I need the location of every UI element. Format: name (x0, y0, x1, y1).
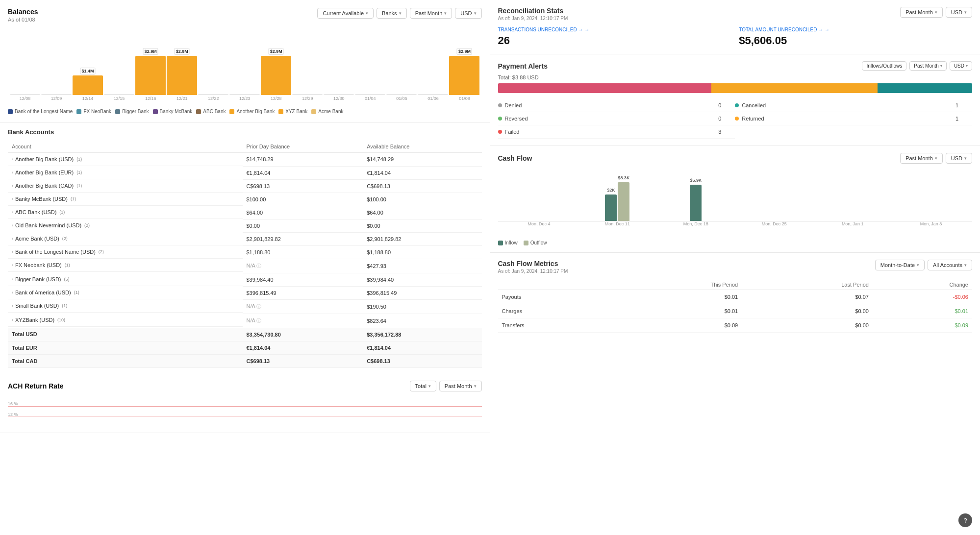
balances-currency-filter[interactable]: USD (455, 8, 481, 19)
expand-icon[interactable]: › (12, 157, 13, 162)
current-available-filter[interactable]: Current Available (317, 8, 374, 19)
payment-period-filter[interactable]: Past Month (909, 61, 947, 71)
ach-line-16 (8, 406, 482, 407)
transactions-unreconciled-stat: TRANSACTIONS UNRECONCILED → 26 (498, 27, 731, 47)
na-value: N/A (247, 317, 255, 323)
alert-row: Cancelled 1 (735, 99, 972, 112)
balances-period-filter[interactable]: Past Month (410, 8, 452, 19)
recon-period-filter[interactable]: Past Month (900, 7, 943, 18)
transactions-unreconciled-label[interactable]: TRANSACTIONS UNRECONCILED → (498, 27, 731, 32)
payment-currency-filter[interactable]: USD (950, 61, 972, 71)
metrics-row-label: Payouts (498, 290, 611, 304)
account-name: Old Bank Nevermind (USD) (15, 222, 81, 228)
expand-icon[interactable]: › (12, 183, 13, 188)
cashflow-period-filter[interactable]: Past Month (900, 153, 943, 164)
help-button[interactable]: ? (958, 513, 972, 527)
expand-icon[interactable]: › (12, 263, 13, 268)
available-cell: C$698.13 (363, 179, 481, 193)
inflow-label: $5.9K (690, 178, 702, 183)
payment-bar-segment (711, 83, 878, 93)
cashflow-x-label: Mon, Dec 11 (580, 221, 654, 226)
balance-bar: $2.9M (135, 56, 166, 95)
table-row: › Another Big Bank (EUR) (1) €1,814.04 €… (8, 166, 482, 179)
metrics-last-period-value: $0.00 (742, 304, 873, 318)
total-prior-day: €1,814.04 (243, 341, 363, 354)
cashflow-x-label: Mon, Dec 4 (502, 221, 577, 226)
alert-row: Failed 3 (498, 125, 735, 139)
account-cell: › Another Big Bank (CAD) (1) (8, 179, 243, 193)
balance-bar: $1.4M (73, 75, 103, 95)
expand-icon[interactable]: › (12, 317, 13, 322)
recon-currency-filter[interactable]: USD (946, 7, 972, 18)
prior-day-cell: $1,188.80 (243, 245, 363, 259)
prior-day-cell: $64.00 (243, 206, 363, 219)
account-cell: › FX Neobank (USD) (1) (8, 259, 243, 272)
balance-bar (41, 94, 72, 95)
expand-icon[interactable]: › (12, 290, 13, 295)
inflows-outflows-toggle[interactable]: Inflows/Outflows (862, 61, 906, 71)
prior-day-value: C$698.13 (247, 183, 270, 189)
expand-icon[interactable]: › (12, 170, 13, 175)
expand-icon[interactable]: › (12, 223, 13, 228)
account-name: XYZBank (USD) (15, 317, 54, 323)
table-row: › Old Bank Nevermind (USD) (2) $0.00 $0.… (8, 219, 482, 232)
balance-bar-fill (10, 94, 40, 95)
cashflow-title: Cash Flow (498, 154, 532, 162)
total-prior-day: $3,354,730.80 (243, 328, 363, 341)
amount-unreconciled-label[interactable]: TOTAL AMOUNT UNRECONCILED → (739, 27, 972, 32)
info-icon[interactable]: ⓘ (256, 318, 261, 323)
alert-left-column: Denied 0 Reversed 0 Failed 3 (498, 99, 735, 139)
balance-bar (355, 94, 385, 95)
ach-period-filter[interactable]: Past Month (439, 381, 482, 391)
expand-icon[interactable]: › (12, 196, 13, 201)
account-name: Small Bank (USD) (15, 303, 59, 309)
account-name: Bank of America (USD) (15, 290, 71, 295)
payment-filters: Inflows/Outflows Past Month USD (862, 61, 972, 71)
info-icon[interactable]: ⓘ (256, 304, 261, 309)
recon-subtitle: As of: Jan 9, 2024, 12:10:17 PM (498, 16, 568, 21)
balance-x-label: 12/15 (104, 96, 134, 101)
legend-item: FX NeoBank (76, 109, 111, 114)
table-row: › Another Big Bank (USD) (1) $14,748.29 … (8, 153, 482, 167)
alert-row: Reversed 0 (498, 112, 735, 125)
balance-bar-fill: $1.4M (73, 75, 103, 95)
expand-icon[interactable]: › (12, 210, 13, 215)
inflow-bar: $5.9K (690, 185, 702, 221)
balance-bar-fill (104, 94, 134, 95)
total-prior-day: C$698.13 (243, 354, 363, 367)
metrics-this-period-value: $0.09 (611, 318, 742, 333)
alert-name: Denied (505, 102, 522, 108)
balance-bar (418, 94, 448, 95)
balance-x-label: 01/05 (386, 96, 417, 101)
table-row: › ABC Bank (USD) (1) $64.00 $64.00 (8, 206, 482, 219)
accounts-badge: (1) (76, 170, 82, 175)
expand-icon[interactable]: › (12, 236, 13, 241)
ach-scope-filter[interactable]: Total (410, 381, 436, 391)
cashflow-currency-filter[interactable]: USD (946, 153, 972, 164)
metrics-period-filter[interactable]: Month-to-Date (875, 260, 925, 270)
legend-color (153, 109, 158, 114)
banks-filter[interactable]: Banks (377, 8, 407, 19)
expand-icon[interactable]: › (12, 277, 13, 282)
expand-icon[interactable]: › (12, 249, 13, 254)
cashflow-bar-group (737, 168, 811, 221)
prior-day-value: $0.00 (247, 223, 260, 229)
alert-count: 0 (718, 102, 731, 108)
prior-day-value: $14,748.29 (247, 156, 274, 162)
info-icon[interactable]: ⓘ (256, 263, 261, 268)
alert-label: Returned (735, 116, 764, 122)
cashflow-x-label: Mon, Jan 8 (894, 221, 968, 226)
total-label: Total CAD (8, 354, 243, 367)
prior-day-value: $39,984.40 (247, 277, 274, 283)
accounts-badge: (1) (62, 303, 67, 308)
expand-icon[interactable]: › (12, 303, 13, 308)
balances-title: Balances (8, 8, 38, 16)
alert-dot (498, 130, 502, 134)
payment-alerts-card: Payment Alerts Inflows/Outflows Past Mon… (490, 54, 980, 146)
available-cell: $396,815.49 (363, 286, 481, 299)
metrics-scope-filter[interactable]: All Accounts (928, 260, 972, 270)
payment-bar (498, 83, 973, 93)
accounts-badge: (1) (65, 263, 70, 268)
balance-x-label: 12/30 (324, 96, 354, 101)
balance-bar (198, 94, 228, 95)
